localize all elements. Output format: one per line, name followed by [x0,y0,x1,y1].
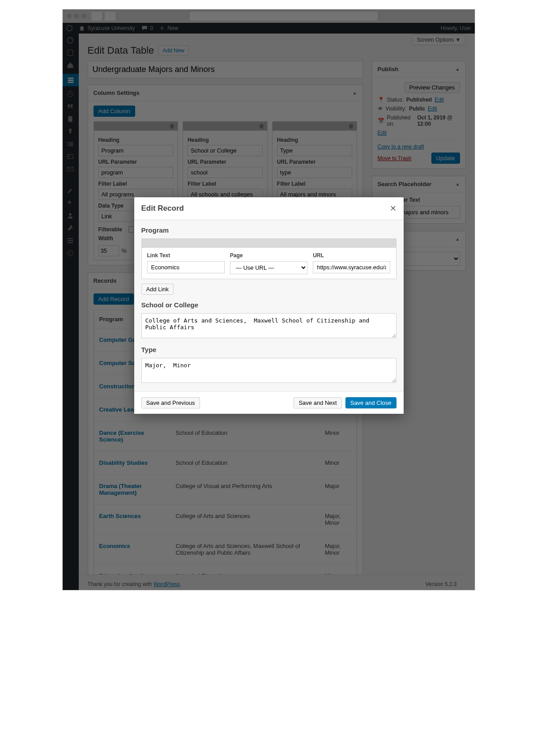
close-icon[interactable]: ✕ [390,204,396,213]
card-header [142,239,396,248]
save-close-button[interactable]: Save and Close [345,397,396,408]
url-input[interactable] [313,261,390,273]
field-label: Page [230,252,307,259]
field-label: URL [313,252,390,259]
modal-title: Edit Record [141,204,184,213]
field-label: Link Text [147,252,225,259]
section-heading: Program [141,226,396,234]
add-link-button[interactable]: Add Link [141,284,174,295]
type-textarea[interactable]: Major, Minor [141,358,396,383]
section-heading: Type [141,346,396,353]
edit-record-modal: Edit Record ✕ Program Link Text Page — U… [134,197,404,414]
link-text-input[interactable] [147,261,225,273]
save-previous-button[interactable]: Save and Previous [141,397,200,408]
section-heading: School or College [141,301,396,309]
school-textarea[interactable]: College of Arts and Sciences, Maxwell Sc… [141,313,396,338]
page-select[interactable]: — Use URL — [230,261,307,274]
save-next-button[interactable]: Save and Next [294,397,341,408]
